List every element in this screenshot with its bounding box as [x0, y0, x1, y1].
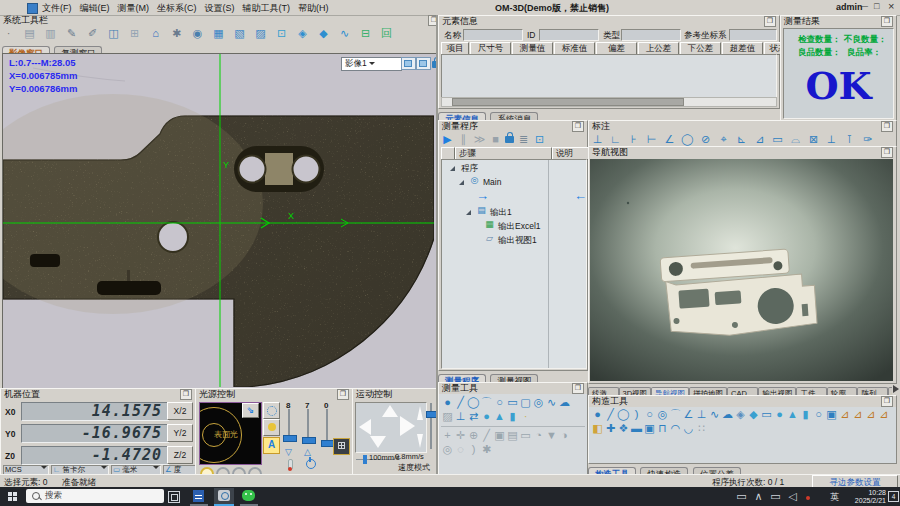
nav-float-icon[interactable]: ❐ [881, 147, 893, 158]
construct-mid-icon[interactable]: ✛ [454, 429, 467, 442]
task-view-button[interactable] [168, 491, 180, 503]
pause-icon[interactable]: ∥ [457, 133, 470, 146]
cperp-icon[interactable]: ⊥ [695, 408, 708, 421]
close-button[interactable]: × [888, 0, 894, 12]
element-info-float-icon[interactable]: ❐ [764, 16, 776, 27]
taskbar-app-word[interactable] [190, 489, 208, 506]
construct-ring-icon[interactable]: ◎ [441, 443, 454, 456]
ccircle-icon[interactable]: ◯ [617, 408, 630, 421]
curve-tool-icon[interactable]: ∿ [545, 396, 558, 409]
focus-icon[interactable]: ⊡ [275, 27, 288, 40]
light-slider-2-handle[interactable] [302, 437, 316, 444]
point-tool-icon[interactable]: ● [441, 396, 454, 409]
light-slider-1-handle[interactable] [283, 435, 297, 442]
coax-light-button[interactable] [263, 419, 280, 436]
taskbar-app-wechat[interactable] [240, 489, 258, 506]
ring-light-button[interactable] [263, 402, 280, 419]
tray-icons[interactable]: ▭∧▭◁ [735, 490, 799, 503]
stop-icon[interactable]: ■ [489, 133, 502, 146]
radius-annotation-icon[interactable]: ⊘ [699, 133, 712, 146]
camera-select[interactable]: 影像1 [341, 57, 402, 71]
image-tool-button-1[interactable] [401, 57, 416, 70]
image-tool-button-2[interactable] [416, 57, 431, 70]
segment-annotation-icon[interactable]: ⌓ [789, 133, 802, 146]
construct-intersect-icon[interactable]: ⊕ [467, 429, 480, 442]
element-result-list[interactable] [441, 54, 777, 98]
tree-node-output-view[interactable]: 输出视图1 [498, 235, 537, 247]
region-tool-icon[interactable]: ▨ [441, 410, 454, 423]
menu-coordsys[interactable]: 坐标系(C) [153, 2, 201, 15]
half-y-button[interactable]: Y/2 [167, 424, 193, 442]
nav-view-image[interactable] [590, 159, 893, 381]
construct-filter-icon[interactable]: ▼ [545, 429, 558, 442]
angle-annotation-icon[interactable]: ∠ [663, 133, 676, 146]
capture-frame-icon[interactable]: 回 [380, 27, 393, 40]
swap-tool-icon[interactable]: ⇄ [467, 410, 480, 423]
jog-down-button[interactable] [370, 436, 386, 448]
expander-icon[interactable] [450, 166, 455, 171]
tab-output-view[interactable]: 输出视图 [758, 387, 796, 395]
construct-half-icon[interactable]: ◑ [558, 429, 571, 442]
z-up-button[interactable] [417, 406, 423, 420]
minimize-button[interactable]: — [860, 1, 868, 10]
gear-icon[interactable]: ✱ [170, 27, 183, 40]
ccsys2-icon[interactable]: ⊿ [851, 408, 864, 421]
offset-annotation-icon[interactable]: ⊢ [645, 133, 658, 146]
cbridge-icon[interactable]: ⊓ [656, 422, 669, 435]
maximize-button[interactable]: □ [874, 1, 879, 11]
cmirror-icon[interactable]: ❖ [617, 422, 630, 435]
ime-tray-icon[interactable]: ▭ [735, 490, 748, 503]
id-field[interactable] [539, 29, 599, 41]
tree-node-main[interactable]: Main [483, 177, 501, 187]
cylinder-tool-icon[interactable]: ▮ [506, 410, 519, 423]
draw-icon[interactable]: ✐ [86, 27, 99, 40]
jog-speed-handle[interactable] [363, 455, 367, 464]
program-tree[interactable]: 程序 ◎ Main → ← ▤ 输出1 ▦ 输出Excel1 ▱ 输出视图1 [441, 159, 587, 369]
display-tray-icon[interactable]: ▭ [769, 490, 782, 503]
tab-nav-view[interactable]: 导航视图 [651, 387, 689, 395]
beaker-icon[interactable]: △ [304, 447, 311, 457]
arc-tool-icon[interactable]: ⌒ [480, 396, 493, 409]
notification-button[interactable]: 4 [888, 491, 899, 502]
grid-icon[interactable]: ⊞ [128, 27, 141, 40]
auto-light-button[interactable]: A [263, 437, 280, 454]
construct-float-icon[interactable]: ❐ [881, 396, 893, 407]
construct-rows-icon[interactable]: ▤ [506, 429, 519, 442]
circle-tool-icon[interactable]: ◯ [467, 396, 480, 409]
workspace-icon[interactable]: ▧ [233, 27, 246, 40]
tools-float-icon[interactable]: ❐ [572, 383, 584, 394]
cangle-icon[interactable]: ∠ [682, 408, 695, 421]
cmove-icon[interactable]: ✚ [604, 422, 617, 435]
height-tool-icon[interactable]: ⊥ [454, 410, 467, 423]
label-annotation-icon[interactable]: ✑ [861, 133, 874, 146]
cbar-icon[interactable]: ▬ [630, 422, 643, 435]
save-file-icon[interactable]: ▥ [44, 27, 57, 40]
cbox-icon[interactable]: ▣ [825, 408, 838, 421]
navigate-icon[interactable]: ◆ [317, 27, 330, 40]
bullet-icon[interactable]: · [2, 27, 15, 40]
cwave-icon[interactable]: ∿ [708, 408, 721, 421]
exit-icon[interactable]: ◫ [107, 27, 120, 40]
views-icon[interactable]: ▨ [254, 27, 267, 40]
curve-icon[interactable]: ∿ [338, 27, 351, 40]
menu-help[interactable]: 帮助(H) [294, 2, 333, 15]
jog-up-button[interactable] [382, 405, 398, 417]
element-hscrollbar[interactable] [441, 97, 777, 107]
expander-icon[interactable] [466, 210, 471, 215]
machine-float-icon[interactable]: ❐ [180, 389, 192, 400]
tab-profile[interactable]: 轮廓… [827, 387, 858, 395]
tab-workpiece[interactable]: 工件… [796, 387, 827, 395]
start-button[interactable] [8, 492, 17, 501]
edit-icon[interactable]: ✎ [65, 27, 78, 40]
cloud-tool-icon[interactable]: ☁ [558, 396, 571, 409]
menu-measure[interactable]: 测量(M) [114, 2, 154, 15]
tab-array[interactable]: 阵列… [857, 387, 888, 395]
dark-grid-button[interactable] [333, 438, 350, 455]
run-program-icon[interactable]: ▶ [441, 133, 454, 146]
construct-cross-icon[interactable]: + [441, 429, 454, 442]
cline-icon[interactable]: ╱ [604, 408, 617, 421]
tab-3d-view[interactable]: 3D视图 [619, 387, 652, 395]
triangle-annotation-icon[interactable]: ⊿ [753, 133, 766, 146]
ring-tool-icon[interactable]: ◎ [532, 396, 545, 409]
light-float-icon[interactable]: ❐ [337, 389, 349, 400]
